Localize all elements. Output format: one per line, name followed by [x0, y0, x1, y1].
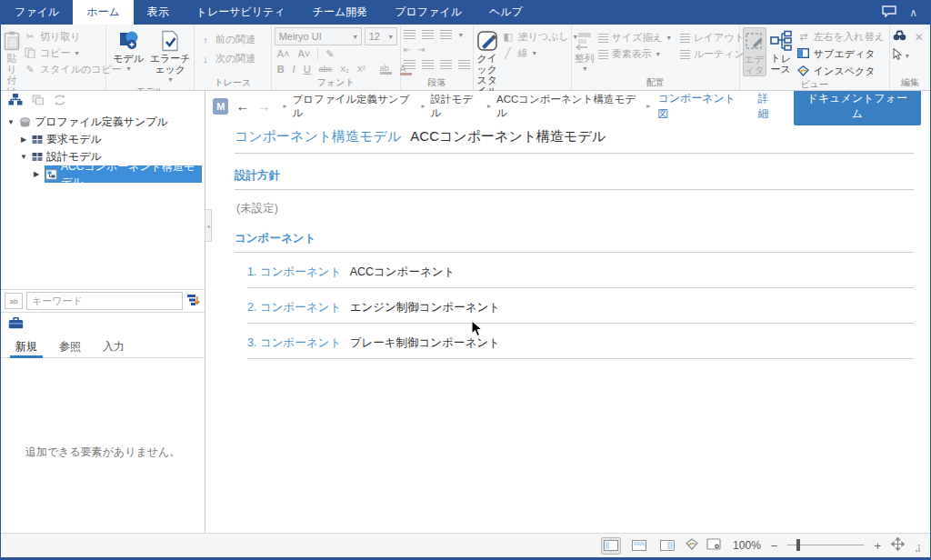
element-display-button[interactable]: 要素表示 ▾ [596, 47, 673, 61]
editor-view-button[interactable]: エディタ [743, 27, 766, 76]
model-avatar: M [213, 98, 228, 115]
italic-button[interactable]: I [290, 64, 298, 75]
subeditor-close-button[interactable] [706, 538, 721, 553]
align-justify-icon[interactable] [458, 60, 470, 69]
zoom-in-button[interactable]: + [872, 539, 883, 553]
shrink-font-button[interactable]: A˅ [295, 48, 313, 59]
size-match-button[interactable]: サイズ揃え ▾ [596, 31, 673, 45]
subscript-button[interactable]: X₂ [337, 65, 352, 74]
paste-button[interactable]: 貼り付け [4, 27, 20, 96]
sidebar-collapse-handle[interactable]: ◂ [205, 209, 212, 242]
toolbox-tab-new[interactable]: 新規 [5, 336, 48, 357]
swap-lr-button[interactable]: ⇄ 左右を入れ替え [796, 30, 886, 44]
align-right-icon[interactable] [440, 60, 452, 69]
zoom-slider[interactable] [787, 539, 864, 552]
toolbox-icon [8, 317, 24, 332]
breadcrumb-item[interactable]: ACCコンポーネント構造モデル [496, 93, 641, 120]
zoom-out-button[interactable]: − [769, 539, 780, 553]
numbered-list-icon[interactable] [422, 30, 434, 39]
multilevel-list-icon[interactable] [440, 30, 452, 39]
tree-item-acc-component-model[interactable]: ▶ ACCコンポーネント構造モデル [1, 165, 205, 183]
highlight-color-button[interactable]: ab [377, 64, 395, 75]
inspector-button[interactable]: インスペクタ [796, 65, 886, 78]
mirror-copy-icon[interactable] [32, 95, 45, 108]
design-policy-value[interactable]: (未設定) [236, 201, 914, 216]
strikethrough-button[interactable]: abc [316, 65, 335, 74]
collapse-ribbon-icon[interactable]: ∧ [909, 6, 917, 19]
tab-help[interactable]: ヘルプ [476, 0, 536, 25]
component-item[interactable]: 2. コンポーネント エンジン制御コンポーネント [247, 300, 914, 315]
select-cursor-icon[interactable] [893, 48, 902, 63]
document-form: コンポーネント構造モデル ACCコンポーネント構造モデル 設計方針 (未設定) … [205, 121, 930, 533]
project-icon [19, 117, 31, 128]
filter-tree-icon[interactable] [186, 294, 201, 309]
toolbox-tab-reference[interactable]: 参照 [48, 336, 92, 357]
model-name-text[interactable]: ACCコンポーネント構造モデル [410, 128, 606, 144]
tab-traceability[interactable]: トレーサビリティ [183, 0, 299, 25]
tab-home[interactable]: ホーム [73, 0, 134, 25]
breadcrumb-item[interactable]: プロファイル定義サンプル [293, 93, 416, 120]
breadcrumb-separator-icon: ▸ [283, 102, 286, 110]
align-left-icon[interactable] [404, 60, 415, 69]
forward-button[interactable]: → [256, 98, 270, 114]
feedback-comment-icon[interactable] [882, 5, 896, 20]
tab-profile[interactable]: プロファイル [381, 0, 476, 25]
sync-relation-icon[interactable] [54, 95, 66, 108]
align-elements-button[interactable]: 整列 ▾ [575, 27, 595, 75]
search-binoculars-icon[interactable] [893, 30, 906, 44]
breadcrumb-item[interactable]: 設計モデル [431, 93, 482, 120]
trace-view-button[interactable]: トレース [768, 27, 794, 75]
selected-tree-row[interactable]: ACCコンポーネント構造モデル [45, 165, 202, 183]
vertical-split-layout-button[interactable] [657, 537, 677, 555]
resize-grip[interactable] [913, 543, 921, 555]
model-icon [116, 29, 140, 53]
tab-view[interactable]: 表示 [134, 0, 183, 25]
component-diagram-view-link[interactable]: コンポーネント図 [657, 91, 743, 122]
keyword-search-input[interactable] [26, 292, 183, 310]
document-form-view-button[interactable]: ドキュメントフォーム [794, 91, 921, 125]
decrease-indent-icon[interactable]: ⇤ [404, 45, 411, 55]
align-center-icon[interactable] [422, 60, 434, 69]
next-relation-button[interactable]: ↓ 次の関連 [197, 52, 257, 65]
ribbon-group-edit: ✕ ▾ 編集 [890, 25, 930, 90]
collapsed-arrow-icon[interactable]: ▶ [32, 170, 41, 178]
back-button[interactable]: ← [235, 98, 249, 114]
model-tree-icon[interactable] [8, 94, 23, 108]
detail-view-link[interactable]: 詳細 [758, 91, 779, 122]
grow-font-button[interactable]: A˄ [275, 48, 293, 59]
sub-editor-button[interactable]: サブエディタ [796, 47, 886, 61]
tree-item-requirement-model[interactable]: ▶ 要求モデル [1, 131, 205, 148]
line-button[interactable]: ╱ 線 ▾ [500, 46, 579, 60]
tree-item-profile-sample[interactable]: ▼ プロファイル定義サンプル [1, 114, 205, 131]
expanded-arrow-icon[interactable]: ▼ [19, 153, 28, 161]
clear-format-button[interactable]: ✎ [323, 48, 336, 60]
search-target-icon[interactable]: ab [5, 293, 23, 309]
collapsed-arrow-icon[interactable]: ▶ [19, 135, 28, 144]
inspector-toggle-button[interactable] [686, 538, 698, 553]
zoom-slider-handle[interactable] [796, 539, 800, 551]
ribbon-group-view: エディタ トレース ⇄ 左右を入れ替え サブエディタ [740, 25, 890, 90]
pan-tool-button[interactable] [891, 537, 905, 554]
tab-file[interactable]: ファイル [1, 0, 73, 25]
component-item[interactable]: 3. コンポーネント ブレーキ制御コンポーネント [247, 335, 914, 351]
horizontal-split-layout-button[interactable] [629, 537, 649, 555]
prev-relation-button[interactable]: ↑ 前の関連 [197, 33, 257, 46]
fill-button[interactable]: ◧ 塗りつぶし ▾ [500, 30, 579, 44]
font-size-select[interactable]: 12 ▾ [365, 27, 397, 45]
sub-editor-icon [797, 48, 810, 60]
component-item[interactable]: 1. コンポーネント ACCコンポーネント [247, 265, 914, 280]
tab-team[interactable]: チーム開発 [299, 0, 382, 25]
delete-icon[interactable]: ✕ [915, 31, 924, 44]
error-check-button[interactable]: エラーチェック ▾ [149, 27, 191, 85]
bullet-list-icon[interactable] [404, 30, 415, 39]
font-name-select[interactable]: Meiryo UI ▾ [275, 27, 362, 45]
expanded-arrow-icon[interactable]: ▼ [6, 118, 15, 126]
underline-button[interactable]: U [301, 64, 314, 75]
increase-indent-icon[interactable]: ⇥ [417, 45, 425, 55]
single-pane-layout-button[interactable] [601, 537, 621, 555]
toolbox-tab-input[interactable]: 入力 [92, 336, 135, 357]
model-tree: ▼ プロファイル定義サンプル ▶ 要求モデル ▼ [1, 111, 205, 289]
model-button[interactable]: モデル ▾ [109, 27, 147, 75]
superscript-button[interactable]: X² [355, 65, 368, 74]
bold-button[interactable]: B [275, 64, 287, 75]
